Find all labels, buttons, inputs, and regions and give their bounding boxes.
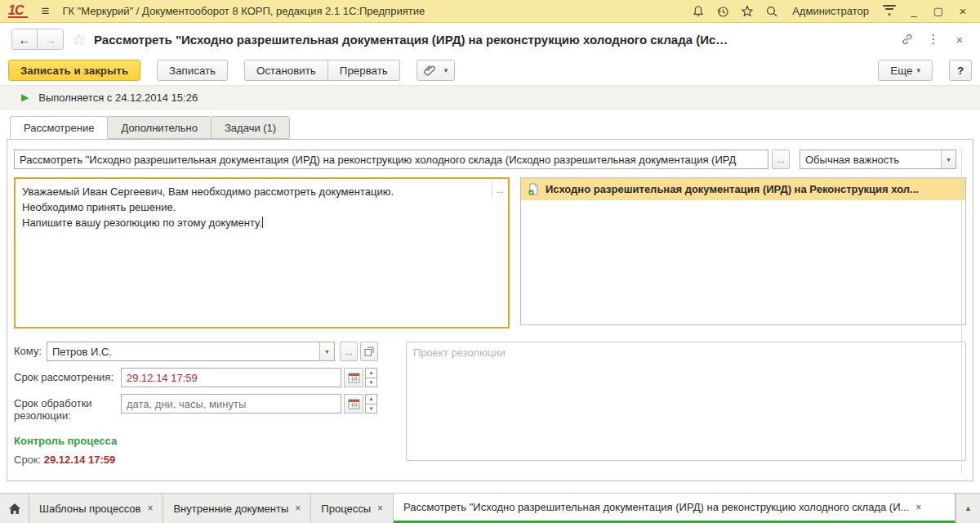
main-menu-icon[interactable]: ≡ bbox=[41, 3, 49, 20]
resolution-due-spinner[interactable]: ▲ ▼ bbox=[365, 394, 377, 413]
page-title: Рассмотреть "Исходно разрешительная доку… bbox=[94, 33, 890, 47]
process-status-text: Выполняется с 24.12.2014 15:26 bbox=[38, 92, 198, 104]
taskbar-tab-label: Внутренние документы bbox=[173, 503, 288, 515]
taskbar-tab-processes[interactable]: Процессы × bbox=[311, 494, 394, 523]
favorites-star-icon[interactable] bbox=[738, 2, 756, 20]
middle-section: Уважаемый Иван Сергеевич, Вам необходимо… bbox=[14, 177, 966, 329]
task-description-textarea[interactable]: Уважаемый Иван Сергеевич, Вам необходимо… bbox=[14, 177, 510, 329]
process-actions-group: Остановить Прервать bbox=[244, 60, 400, 81]
spin-down-icon[interactable]: ▼ bbox=[366, 378, 376, 387]
attachments-paperclip-button[interactable]: ▾ bbox=[416, 60, 456, 81]
running-play-icon: ▶ bbox=[21, 92, 29, 103]
tab-additional[interactable]: Дополнительно bbox=[107, 116, 212, 139]
close-tab-icon[interactable]: × bbox=[377, 503, 383, 514]
get-link-icon[interactable] bbox=[898, 33, 916, 46]
resolution-due-calendar-button[interactable] bbox=[344, 394, 363, 413]
review-due-row: Срок рассмотрения: ▲ ▼ bbox=[14, 368, 399, 387]
tab-review[interactable]: Рассмотрение bbox=[10, 116, 108, 139]
taskbar-tab-active-review[interactable]: Рассмотреть "Исходно разрешительная доку… bbox=[394, 494, 956, 523]
to-label: Кому: bbox=[14, 342, 47, 357]
spin-up-icon[interactable]: ▲ bbox=[366, 369, 376, 378]
forward-button[interactable]: → bbox=[38, 29, 63, 49]
task-description-text: Уважаемый Иван Сергеевич, Вам необходимо… bbox=[22, 186, 394, 229]
stop-button[interactable]: Остановить bbox=[244, 60, 328, 81]
back-button[interactable]: ← bbox=[12, 29, 38, 49]
to-open-button[interactable] bbox=[360, 342, 378, 361]
resolution-draft-textarea[interactable]: Проект резолюции bbox=[406, 342, 966, 461]
more-button-label: Еще bbox=[890, 65, 912, 77]
spin-down-icon[interactable]: ▼ bbox=[366, 405, 376, 413]
to-value: Петров И.С. bbox=[47, 346, 319, 358]
review-due-spinner[interactable]: ▲ ▼ bbox=[365, 368, 377, 387]
text-cursor bbox=[262, 217, 263, 228]
form-toolbar: Записать и закрыть Записать Остановить П… bbox=[0, 56, 980, 85]
description-expand-button[interactable]: ... bbox=[492, 182, 504, 198]
open-item-icon bbox=[364, 346, 374, 356]
review-due-input[interactable] bbox=[121, 368, 341, 387]
to-dropdown-icon[interactable]: ▾ bbox=[319, 342, 334, 360]
importance-value: Обычная важность bbox=[800, 154, 941, 166]
1c-logo-icon: 1С bbox=[8, 5, 28, 18]
save-button[interactable]: Записать bbox=[157, 60, 228, 81]
tab-tasks[interactable]: Задачи (1) bbox=[211, 116, 290, 139]
paperclip-icon bbox=[424, 65, 435, 77]
addressing-column: Кому: Петров И.С. ▾ ... Срок рассмотрени… bbox=[14, 342, 399, 466]
application-window: 1С ≡ ГК "Меркурий" / Документооборот 8 К… bbox=[0, 0, 980, 523]
taskbar-scroll-up-button[interactable]: ▲ bbox=[956, 494, 980, 523]
add-favorite-star-icon[interactable]: ☆ bbox=[72, 30, 86, 49]
home-tab[interactable] bbox=[0, 494, 29, 523]
subject-select-button[interactable]: ... bbox=[772, 150, 790, 169]
calendar-icon bbox=[348, 398, 360, 409]
importance-dropdown-icon[interactable]: ▾ bbox=[941, 150, 956, 168]
help-button[interactable]: ? bbox=[949, 60, 972, 81]
history-nav-group: ← → bbox=[11, 29, 64, 50]
calendar-icon bbox=[348, 372, 360, 383]
control-due-label: Срок: bbox=[14, 454, 41, 466]
title-bar: 1С ≡ ГК "Меркурий" / Документооборот 8 К… bbox=[0, 0, 980, 23]
taskbar-tab-label: Процессы bbox=[321, 503, 371, 515]
importance-combo[interactable]: Обычная важность ▾ bbox=[800, 150, 956, 169]
service-menu-icon[interactable]: ▾ bbox=[880, 5, 898, 18]
review-due-label: Срок рассмотрения: bbox=[14, 368, 121, 383]
subjects-list-panel[interactable]: Исходно разрешительная документация (ИРД… bbox=[520, 177, 966, 325]
to-combo[interactable]: Петров И.С. ▾ bbox=[47, 342, 335, 361]
more-button[interactable]: Еще ▾ bbox=[878, 60, 933, 81]
subject-row: ... Обычная важность ▾ bbox=[14, 150, 966, 169]
resolution-due-input[interactable] bbox=[121, 394, 341, 413]
to-select-button[interactable]: ... bbox=[340, 342, 358, 361]
close-form-icon[interactable]: × bbox=[951, 33, 969, 47]
bottom-form: Кому: Петров И.С. ▾ ... Срок рассмотрени… bbox=[14, 342, 966, 466]
search-icon[interactable] bbox=[763, 2, 781, 20]
save-and-close-button[interactable]: Записать и закрыть bbox=[8, 60, 140, 81]
close-window-button[interactable]: × bbox=[954, 4, 972, 18]
subject-list-item[interactable]: Исходно разрешительная документация (ИРД… bbox=[521, 178, 965, 200]
panel-right-splitter[interactable] bbox=[961, 148, 962, 472]
process-status-bar: ▶ Выполняется с 24.12.2014 15:26 bbox=[0, 85, 980, 110]
process-control-due: Срок: 29.12.14 17:59 bbox=[14, 454, 399, 466]
open-windows-taskbar: Шаблоны процессов × Внутренние документы… bbox=[0, 493, 980, 523]
maximize-button[interactable]: ▢ bbox=[929, 5, 947, 17]
current-user[interactable]: Администратор bbox=[792, 5, 869, 17]
close-tab-icon[interactable]: × bbox=[147, 503, 153, 514]
home-icon bbox=[8, 503, 21, 515]
close-tab-icon[interactable]: × bbox=[915, 502, 921, 513]
review-tab-content: ... Обычная важность ▾ Уважаемый Иван Се… bbox=[7, 139, 973, 481]
resolution-due-row: Срок обработки резолюции: ▲ ▼ bbox=[14, 394, 399, 422]
review-due-calendar-button[interactable] bbox=[344, 368, 363, 387]
close-tab-icon[interactable]: × bbox=[295, 503, 301, 514]
minimize-button[interactable]: _ bbox=[905, 5, 923, 17]
form-tabs: Рассмотрение Дополнительно Задачи (1) bbox=[0, 116, 980, 139]
spin-up-icon[interactable]: ▲ bbox=[366, 395, 376, 405]
notifications-bell-icon[interactable] bbox=[689, 2, 707, 20]
taskbar-tab-internal-docs[interactable]: Внутренние документы × bbox=[163, 494, 311, 523]
taskbar-tab-label: Шаблоны процессов bbox=[39, 503, 140, 515]
taskbar-tab-templates[interactable]: Шаблоны процессов × bbox=[29, 494, 163, 523]
subject-input[interactable] bbox=[14, 150, 768, 169]
more-commands-icon[interactable]: ⋮ bbox=[924, 32, 942, 47]
history-icon[interactable] bbox=[714, 2, 732, 20]
subject-list-item-label: Исходно разрешительная документация (ИРД… bbox=[546, 183, 919, 195]
resolution-due-label: Срок обработки резолюции: bbox=[14, 394, 121, 422]
app-title: ГК "Меркурий" / Документооборот 8 КОРП, … bbox=[62, 5, 425, 17]
to-row: Кому: Петров И.С. ▾ ... bbox=[14, 342, 399, 361]
interrupt-button[interactable]: Прервать bbox=[328, 60, 400, 81]
